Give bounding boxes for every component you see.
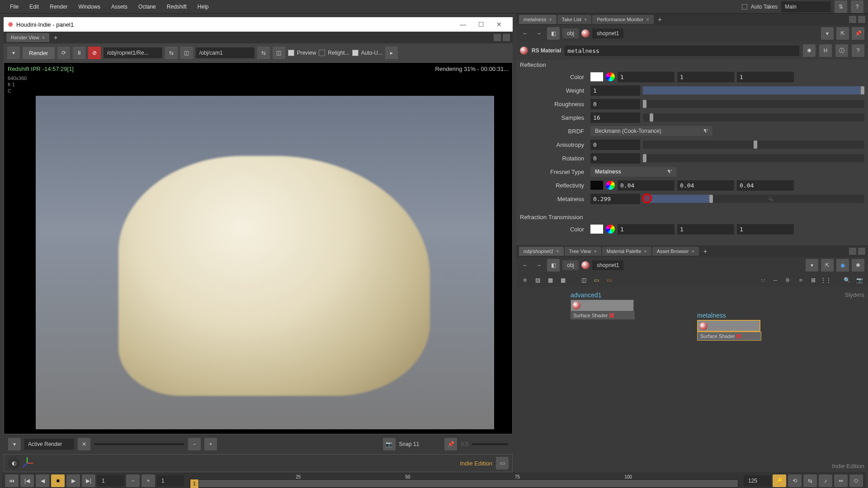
grid-color-icon[interactable]: ▦	[558, 275, 568, 285]
output-port-icon[interactable]	[609, 313, 614, 318]
forward-icon[interactable]: →	[533, 28, 544, 39]
tab-performance-monitor[interactable]: Performance Monitor×	[592, 15, 653, 24]
gear-icon[interactable]: ✱	[852, 259, 864, 272]
network-view[interactable]: advanced1 Surface Shader metalness Surfa…	[516, 287, 868, 473]
weight-slider[interactable]	[643, 86, 864, 94]
refr-r-input[interactable]: 1	[618, 224, 675, 235]
jump-out-icon[interactable]: ⇱	[821, 259, 834, 272]
jump-out-icon[interactable]: ⇱	[836, 27, 849, 40]
refr-g-input[interactable]: 1	[677, 224, 734, 235]
snap-grid-icon[interactable]: ⊞	[808, 275, 818, 285]
pane-menu-icon[interactable]	[858, 248, 865, 255]
wire-dot-icon[interactable]: ⸪	[758, 275, 768, 285]
list-icon[interactable]: ≡	[520, 275, 530, 285]
back-icon[interactable]: ←	[520, 28, 531, 39]
take-dropdown[interactable]: Main	[781, 1, 831, 12]
zoom-in-icon[interactable]: +	[204, 438, 217, 450]
metalness-slider[interactable]	[643, 195, 864, 203]
gear-icon[interactable]: ✱	[803, 44, 816, 57]
tab-asset-browser[interactable]: Asset Browser×	[652, 247, 699, 256]
axis-gizmo-icon[interactable]	[20, 456, 34, 470]
render-viewport[interactable]: Redshift IPR -14:57:29[1] Rendering 31% …	[4, 62, 513, 434]
tab-shopnet[interactable]: /obj/shopnet1×	[519, 247, 564, 256]
pane-menu-icon[interactable]	[503, 34, 510, 41]
refl-g-input[interactable]: 0.04	[677, 180, 734, 191]
menu-octane[interactable]: Octane	[133, 1, 161, 12]
color-picker-icon[interactable]	[606, 181, 615, 190]
cam-jump-icon[interactable]: ⇆	[257, 47, 270, 59]
inc-frame-icon[interactable]: +	[142, 474, 155, 487]
add-node-icon[interactable]: ◫	[579, 275, 589, 285]
pin-icon[interactable]: ◧	[547, 27, 560, 40]
playhead[interactable]: 1	[190, 479, 199, 488]
maximize-pane-icon[interactable]	[849, 248, 856, 255]
menu-assets[interactable]: Assets	[106, 1, 133, 12]
rotation-input[interactable]: 0	[590, 153, 640, 164]
add-tab-button[interactable]: +	[655, 15, 665, 24]
forward-icon[interactable]: →	[533, 260, 544, 271]
output-port-icon[interactable]	[736, 334, 741, 338]
minimize-button[interactable]: —	[454, 21, 472, 28]
help-icon[interactable]: ?	[851, 0, 863, 13]
breadcrumb-obj[interactable]: obj	[562, 28, 579, 38]
zoom-out-icon[interactable]: −	[188, 438, 201, 450]
close-button[interactable]: ✕	[490, 21, 508, 28]
unpin-icon[interactable]: 📌	[852, 27, 864, 40]
menu-windows[interactable]: Windows	[73, 1, 106, 12]
color-b-input[interactable]: 1	[737, 72, 794, 82]
add-tab-button[interactable]: +	[700, 247, 711, 256]
close-icon[interactable]: ×	[692, 249, 694, 254]
pin-icon[interactable]: ◧	[547, 259, 560, 272]
color-g-input[interactable]: 1	[677, 72, 734, 82]
roughness-slider[interactable]	[643, 100, 864, 108]
color-swatch[interactable]	[590, 72, 603, 81]
node-advanced1[interactable]: advanced1 Surface Shader	[571, 291, 635, 319]
camera-icon[interactable]: 📷	[854, 275, 864, 285]
render-menu-icon[interactable]: ▾	[7, 47, 20, 59]
samples-slider[interactable]	[643, 113, 864, 122]
timeline[interactable]: 25 50 75 100 1	[189, 474, 738, 488]
menu-render[interactable]: Render	[44, 1, 73, 12]
discard-icon[interactable]: ✕	[78, 438, 90, 450]
step-back-icon[interactable]: |◀	[20, 474, 34, 487]
breadcrumb-shopnet[interactable]: shopnet1	[592, 260, 623, 270]
add-tab-button[interactable]: +	[50, 33, 61, 42]
menu-help[interactable]: Help	[192, 1, 214, 12]
color-r-input[interactable]: 1	[618, 72, 675, 82]
layout-icon[interactable]: ⌗	[796, 275, 806, 285]
record-icon[interactable]: ◉	[836, 259, 849, 272]
history-menu-icon[interactable]: ▾	[8, 438, 21, 450]
refr-b-input[interactable]: 1	[737, 224, 794, 235]
color-picker-icon[interactable]	[606, 225, 615, 234]
active-render-dropdown[interactable]: Active Render	[24, 439, 74, 450]
netbox-icon[interactable]: ▭	[604, 275, 614, 285]
pane-menu-icon[interactable]	[858, 16, 865, 23]
refr-color-swatch[interactable]	[590, 225, 603, 234]
render-button[interactable]: Render	[23, 47, 55, 59]
scene-options-icon[interactable]: ▭	[496, 457, 509, 469]
frame-end-input[interactable]: 125	[744, 475, 771, 486]
brdf-dropdown[interactable]: Beckmann (Cook-Torrance)⧨	[590, 126, 712, 136]
maximize-pane-icon[interactable]	[849, 16, 856, 23]
close-icon[interactable]: ×	[549, 17, 552, 22]
menu-file[interactable]: File	[5, 1, 24, 12]
auto-update-checkbox[interactable]: ✓	[352, 50, 359, 56]
breadcrumb-obj[interactable]: obj	[562, 260, 579, 270]
rop-select-icon[interactable]: ◫	[180, 47, 193, 59]
node-body[interactable]	[697, 320, 760, 332]
weight-input[interactable]: 1	[590, 85, 640, 96]
help-icon[interactable]: ?	[852, 44, 864, 57]
rop-path-dropdown[interactable]: /obj/ropnet1/Re...	[104, 47, 162, 58]
close-icon[interactable]: ×	[594, 249, 596, 254]
pause-icon[interactable]: ⏸	[73, 47, 85, 59]
color-picker-icon[interactable]	[606, 72, 615, 81]
refresh-icon[interactable]: ⟳	[57, 47, 70, 59]
menu-edit[interactable]: Edit	[24, 1, 44, 12]
auto-takes-checkbox[interactable]	[742, 4, 747, 9]
exposure-slider[interactable]	[94, 443, 184, 445]
tab-render-view[interactable]: Render View ×	[6, 33, 49, 42]
realtime-icon[interactable]: ⇆	[803, 474, 817, 487]
range-icon[interactable]: ⇔	[834, 474, 848, 487]
relight-checkbox[interactable]	[319, 50, 325, 56]
dec-frame-icon[interactable]: −	[126, 474, 140, 487]
